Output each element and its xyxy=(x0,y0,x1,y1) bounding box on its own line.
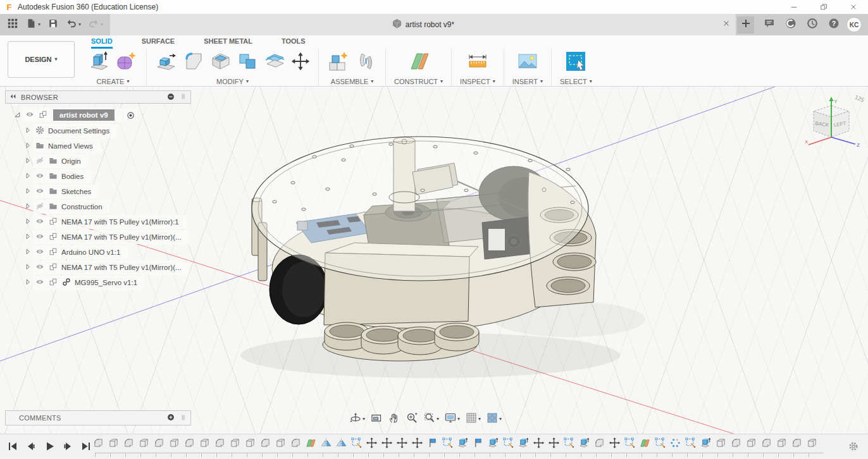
timeline-feature-sketch-icon[interactable] xyxy=(350,437,363,451)
visibility-eye-icon[interactable] xyxy=(35,216,45,228)
timeline-feature-move-icon[interactable] xyxy=(366,437,378,451)
create-dropdown[interactable]: CREATE▾ xyxy=(97,76,130,86)
insert-image-button[interactable] xyxy=(516,50,539,75)
split-body-button[interactable] xyxy=(264,50,287,75)
show-comments-button[interactable] xyxy=(760,16,778,33)
visibility-eye-icon[interactable] xyxy=(35,262,45,273)
visibility-eye-icon[interactable] xyxy=(35,277,45,288)
expander-arrow-icon[interactable] xyxy=(24,263,32,272)
expander-arrow-icon[interactable] xyxy=(24,202,32,211)
timeline-feature-flag-icon[interactable] xyxy=(472,437,484,451)
redo-button[interactable]: ▾ xyxy=(85,16,106,33)
joint-button[interactable] xyxy=(354,50,377,75)
notifications-button[interactable] xyxy=(803,16,821,33)
close-button[interactable] xyxy=(838,0,868,14)
move-copy-button[interactable] xyxy=(291,52,310,73)
select-button[interactable] xyxy=(564,50,587,75)
timeline-feature-plane-icon[interactable] xyxy=(305,437,317,451)
timeline-feature-move-icon[interactable] xyxy=(396,437,408,451)
timeline-feature-chamfer-icon[interactable] xyxy=(593,437,605,451)
new-component-button[interactable] xyxy=(327,50,350,75)
extrude-button[interactable] xyxy=(88,50,111,75)
expander-arrow-icon[interactable] xyxy=(24,248,32,257)
view-cube[interactable]: BACK LEFT X Y Z xyxy=(801,92,862,160)
step-forward-button[interactable] xyxy=(61,440,74,455)
zoom-button[interactable] xyxy=(406,412,418,427)
expander-arrow-icon[interactable] xyxy=(24,172,32,181)
timeline-feature-box-icon[interactable] xyxy=(715,437,727,451)
timeline-feature-extrude-icon[interactable] xyxy=(487,437,499,451)
timeline-feature-move-icon[interactable] xyxy=(411,437,423,451)
expander-arrow-icon[interactable] xyxy=(24,278,32,287)
timeline-feature-box-icon[interactable] xyxy=(229,437,241,451)
timeline-feature-box-icon[interactable] xyxy=(776,437,788,451)
app-grid-button[interactable] xyxy=(4,16,21,33)
timeline-feature-plane-icon[interactable] xyxy=(639,437,651,451)
timeline-feature-box-icon[interactable] xyxy=(108,437,120,451)
expander-arrow-icon[interactable] xyxy=(24,126,32,135)
expander-arrow-icon[interactable] xyxy=(24,142,32,150)
timeline-feature-chamfer-icon[interactable] xyxy=(183,437,195,451)
assemble-dropdown[interactable]: ASSEMBLE▾ xyxy=(331,76,373,86)
timeline-feature-extrude-icon[interactable] xyxy=(700,437,712,451)
timeline-feature-move-icon[interactable] xyxy=(381,437,393,451)
combine-button[interactable] xyxy=(237,50,259,75)
timeline-feature-chamfer-icon[interactable] xyxy=(760,437,772,451)
timeline-feature-chamfer-icon[interactable] xyxy=(123,437,135,451)
create-form-button[interactable] xyxy=(115,50,138,75)
expander-arrow-icon[interactable] xyxy=(13,111,22,120)
timeline-feature-box-icon[interactable] xyxy=(806,437,818,451)
play-button[interactable] xyxy=(43,440,56,455)
add-comment-icon[interactable] xyxy=(166,413,175,423)
panel-grip-icon[interactable] xyxy=(179,413,187,423)
look-at-button[interactable] xyxy=(370,412,383,427)
visibility-eye-icon[interactable] xyxy=(35,171,45,182)
timeline-feature-sketch-icon[interactable] xyxy=(624,437,636,451)
inspect-dropdown[interactable]: INSPECT▾ xyxy=(460,76,495,86)
browser-item[interactable]: Construction xyxy=(5,199,191,214)
restore-button[interactable] xyxy=(809,0,838,14)
browser-item[interactable]: MG995_Servo v1:1 xyxy=(5,275,191,290)
collapse-panel-icon[interactable] xyxy=(9,92,17,102)
help-button[interactable]: ? xyxy=(825,16,843,33)
timeline-feature-chamfer-icon[interactable] xyxy=(730,437,742,451)
display-settings-button[interactable]: ▾ xyxy=(444,412,460,427)
browser-item[interactable]: NEMA 17 with T5 Pulley v1(Mirror):1 xyxy=(5,214,191,230)
timeline-feature-flag-icon[interactable] xyxy=(426,437,438,451)
timeline-feature-chamfer-icon[interactable] xyxy=(290,437,302,451)
select-dropdown[interactable]: SELECT▾ xyxy=(560,76,592,86)
browser-item[interactable]: Named Views xyxy=(5,138,191,154)
shell-button[interactable] xyxy=(209,50,232,75)
comments-panel[interactable]: COMMENTS xyxy=(5,410,191,425)
timeline-feature-box-icon[interactable] xyxy=(745,437,757,451)
job-status-button[interactable] xyxy=(782,16,800,33)
timeline-settings-gear-icon[interactable] xyxy=(848,441,859,455)
window-zoom-button[interactable]: ▾ xyxy=(423,412,439,427)
modify-dropdown[interactable]: MODIFY▾ xyxy=(216,76,249,86)
hide-panel-icon[interactable] xyxy=(166,92,175,102)
timeline-feature-chamfer-icon[interactable] xyxy=(214,437,226,451)
grid-and-snaps-button[interactable]: ▾ xyxy=(465,412,481,427)
file-menu-button[interactable]: ▾ xyxy=(23,16,43,33)
timeline-feature-box-icon[interactable] xyxy=(138,437,150,451)
timeline-feature-extrude-icon[interactable] xyxy=(578,437,590,451)
viewport-canvas[interactable]: 125 BACK LEFT X Y Z BROWSER artist robot… xyxy=(0,87,868,434)
browser-item[interactable]: Sketches xyxy=(5,184,191,199)
timeline-feature-sketch-icon[interactable] xyxy=(442,437,454,451)
browser-item[interactable]: NEMA 17 with T5 Pulley v1(Mirror)(... xyxy=(5,230,191,245)
insert-dropdown[interactable]: INSERT▾ xyxy=(512,76,543,86)
timeline-feature-box-icon[interactable] xyxy=(168,437,180,451)
browser-item[interactable]: Arduino UNO v1:1 xyxy=(5,245,191,260)
timeline-feature-box-icon[interactable] xyxy=(199,437,211,451)
visibility-eye-off-icon[interactable] xyxy=(35,201,45,212)
fillet-button[interactable] xyxy=(182,50,205,75)
undo-button[interactable]: ▾ xyxy=(63,16,84,33)
timeline-feature-extrude-icon[interactable] xyxy=(518,437,530,451)
expander-arrow-icon[interactable] xyxy=(24,217,32,226)
activate-component-radio[interactable] xyxy=(124,109,137,121)
timeline-feature-mirror-icon[interactable] xyxy=(320,437,332,451)
timeline-feature-sketch-icon[interactable] xyxy=(685,437,697,451)
save-button[interactable] xyxy=(45,16,61,33)
timeline-feature-move-icon[interactable] xyxy=(548,437,560,451)
expander-arrow-icon[interactable] xyxy=(24,187,32,196)
